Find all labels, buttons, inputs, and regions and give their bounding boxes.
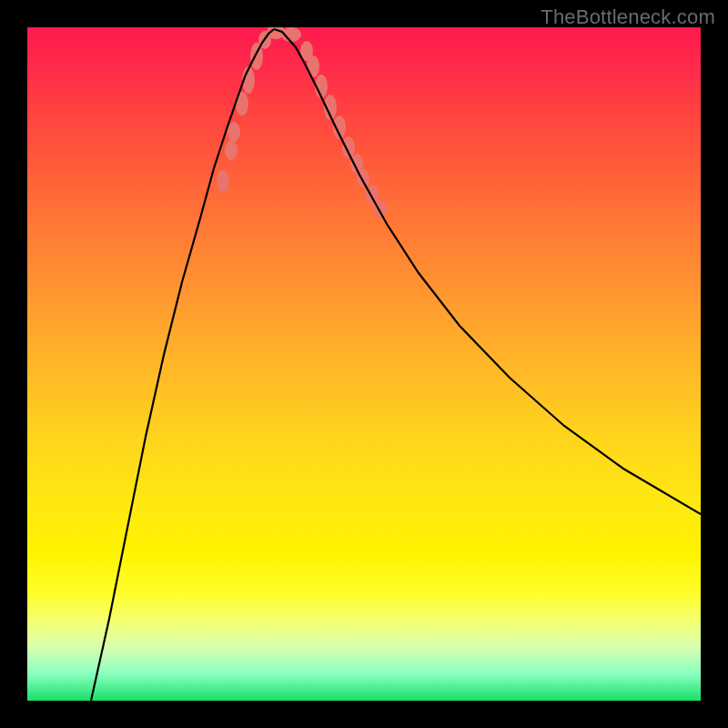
marker-left-1 [225,140,238,160]
marker-right-1 [307,56,319,77]
curve-left-branch [91,29,274,701]
chart-frame: TheBottleneck.com [0,0,728,728]
curve-right-branch [274,29,701,514]
chart-svg [27,27,701,701]
marker-left-2 [228,122,240,142]
plot-area [27,27,701,701]
watermark-text: TheBottleneck.com [541,5,715,29]
marker-left-0 [217,170,229,192]
